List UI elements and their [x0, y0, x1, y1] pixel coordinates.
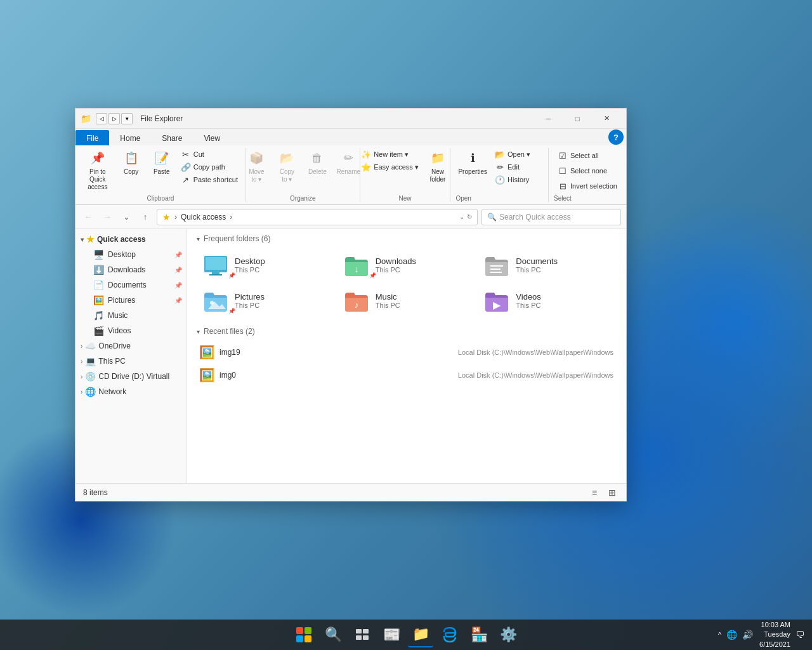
folder-desktop-name: Desktop: [235, 256, 265, 266]
tb-back-btn[interactable]: ◁: [96, 113, 107, 124]
documents-icon: 📄: [93, 280, 104, 290]
recent-locations-button[interactable]: ⌄: [119, 209, 134, 225]
folder-pictures-info: Pictures This PC: [235, 292, 265, 309]
large-icons-view-button[interactable]: ⊞: [606, 486, 619, 499]
folder-videos-info: Videos This PC: [516, 292, 541, 309]
sidebar-thispc[interactable]: › 💻 This PC: [75, 354, 186, 369]
edit-button[interactable]: ✏ Edit: [492, 161, 543, 173]
copy-path-button[interactable]: 🔗 Copy path: [178, 161, 240, 173]
search-box[interactable]: 🔍 Search Quick access: [481, 209, 621, 225]
folder-music[interactable]: ♪ Music This PC: [337, 284, 476, 317]
back-button[interactable]: ←: [81, 209, 96, 225]
folder-documents[interactable]: Documents This PC: [478, 248, 616, 281]
folder-videos-icon: ▶: [484, 288, 509, 313]
network-label: Network: [98, 387, 126, 396]
folder-downloads[interactable]: ↓ Downloads This PC 📌: [337, 248, 476, 281]
taskbar-search-button[interactable]: 🔍: [320, 622, 346, 647]
select-all-button[interactable]: ☑ Select all: [554, 148, 605, 163]
folder-videos[interactable]: ▶ Videos This PC: [478, 284, 616, 317]
paste-shortcut-button[interactable]: ↗ Paste shortcut: [178, 173, 240, 186]
onedrive-icon: ☁️: [85, 341, 96, 351]
sidebar-item-pictures[interactable]: 🖼️ Pictures 📌: [75, 293, 186, 308]
pin-to-quick-access-button[interactable]: 📌 Pin to Quick access: [81, 148, 115, 192]
taskbar-start-button[interactable]: [291, 622, 317, 647]
maximize-button[interactable]: □: [563, 109, 592, 129]
copy-button[interactable]: 📋 Copy: [117, 148, 145, 181]
new-label: New: [399, 195, 412, 202]
sidebar-cddrive[interactable]: › 💿 CD Drive (D:) Virtuall: [75, 369, 186, 384]
taskbar-explorer-button[interactable]: 📁: [408, 622, 433, 647]
recent-file-img19[interactable]: 🖼️ img19 Local Disk (C:)\Windows\Web\Wal…: [197, 341, 616, 364]
taskbar-settings-button[interactable]: ⚙️: [495, 622, 521, 647]
sidebar-item-videos[interactable]: 🎬 Videos: [75, 323, 186, 338]
network-icon[interactable]: 🌐: [725, 628, 738, 641]
taskbar: 🔍 📰 📁 🏪 ⚙️: [0, 620, 812, 650]
tb-customize-btn[interactable]: ▾: [121, 113, 133, 124]
copy-to-button[interactable]: 📂 Copyto ▾: [273, 148, 301, 185]
sidebar-item-downloads[interactable]: ⬇️ Downloads 📌: [75, 262, 186, 277]
recent-file-img0[interactable]: 🖼️ img0 Local Disk (C:)\Windows\Web\Wall…: [197, 364, 616, 387]
folder-downloads-icon: ↓: [344, 252, 369, 277]
open-button[interactable]: 📂 Open ▾: [492, 148, 543, 161]
folder-music-sub: This PC: [376, 302, 400, 309]
paste-button[interactable]: 📝 Paste: [148, 148, 176, 181]
forward-button[interactable]: →: [100, 209, 115, 225]
pin-indicator-icon: 📌: [174, 282, 182, 289]
up-button[interactable]: ↑: [138, 209, 153, 225]
frequent-folders-label: Frequent folders (6): [204, 234, 270, 243]
sidebar-item-documents[interactable]: 📄 Documents 📌: [75, 277, 186, 293]
pin-icon: 📌: [89, 149, 107, 167]
pin-indicator-icon: 📌: [174, 251, 182, 258]
tab-share[interactable]: Share: [151, 130, 193, 145]
taskbar-widgets-button[interactable]: 📰: [379, 622, 404, 647]
refresh-icon[interactable]: ↻: [467, 213, 472, 220]
taskbar-edge-button[interactable]: [437, 622, 462, 647]
rename-button[interactable]: ✏ Rename: [334, 148, 363, 181]
folder-pictures[interactable]: Pictures This PC 📌: [197, 284, 335, 317]
details-view-button[interactable]: ≡: [588, 486, 601, 499]
move-to-icon: 📦: [247, 149, 265, 167]
folder-desktop[interactable]: Desktop This PC 📌: [197, 248, 335, 281]
notification-icon[interactable]: 🗨: [796, 630, 804, 640]
svg-rect-13: [296, 635, 303, 642]
select-none-button[interactable]: ☐ Select none: [554, 163, 611, 178]
sidebar-item-music[interactable]: 🎵 Music: [75, 308, 186, 323]
address-box[interactable]: ★ › Quick access › ⌄ ↻: [157, 209, 478, 225]
close-button[interactable]: ✕: [592, 109, 621, 129]
tab-home[interactable]: Home: [109, 130, 151, 145]
minimize-button[interactable]: ─: [534, 109, 563, 129]
dropdown-icon[interactable]: ⌄: [459, 213, 464, 220]
folder-pin-icon: 📌: [228, 308, 235, 314]
taskbar-store-button[interactable]: 🏪: [466, 622, 492, 647]
folder-desktop-icon: [203, 252, 228, 277]
new-small-btns: ✨ New item ▾ ⭐ Easy access ▾: [358, 148, 421, 173]
cut-button[interactable]: ✂ Cut: [178, 148, 240, 161]
folder-videos-sub: This PC: [516, 302, 541, 309]
invert-selection-button[interactable]: ⊟ Invert selection: [554, 178, 621, 194]
history-button[interactable]: 🕐 History: [492, 173, 543, 186]
status-bar: 8 items ≡ ⊞: [75, 483, 626, 501]
ribbon-group-open: ℹ Properties 📂 Open ▾ ✏ Edit 🕐 History: [450, 148, 549, 202]
ribbon-group-select: ☑ Select all ☐ Select none ⊟ Invert sele…: [549, 148, 626, 202]
tb-forward-btn[interactable]: ▷: [108, 113, 120, 124]
sidebar-network[interactable]: › 🌐 Network: [75, 384, 186, 399]
tray-chevron-icon[interactable]: ^: [717, 630, 723, 640]
tab-view[interactable]: View: [193, 130, 231, 145]
new-item-button[interactable]: ✨ New item ▾: [358, 148, 421, 161]
sidebar-onedrive[interactable]: › ☁️ OneDrive: [75, 338, 186, 354]
easy-access-button[interactable]: ⭐ Easy access ▾: [358, 161, 421, 173]
help-button[interactable]: ?: [608, 129, 624, 145]
taskbar-taskview-button[interactable]: [350, 622, 375, 647]
edit-icon: ✏: [495, 162, 505, 172]
move-to-button[interactable]: 📦 Moveto ▾: [242, 148, 270, 185]
tab-file[interactable]: File: [75, 130, 109, 145]
properties-button[interactable]: ℹ Properties: [455, 148, 490, 181]
taskbar-clock[interactable]: 10:03 AM Tuesday6/15/2021: [759, 620, 790, 649]
svg-text:♪: ♪: [354, 300, 358, 310]
volume-icon[interactable]: 🔊: [741, 628, 754, 641]
new-folder-button[interactable]: 📁 Newfolder: [424, 148, 452, 185]
sidebar-item-label: Pictures: [108, 296, 135, 305]
delete-button[interactable]: 🗑 Delete: [303, 148, 331, 181]
sidebar-item-desktop[interactable]: 🖥️ Desktop 📌: [75, 247, 186, 262]
sidebar-quick-access-header[interactable]: ▾ ★ Quick access: [75, 232, 186, 247]
